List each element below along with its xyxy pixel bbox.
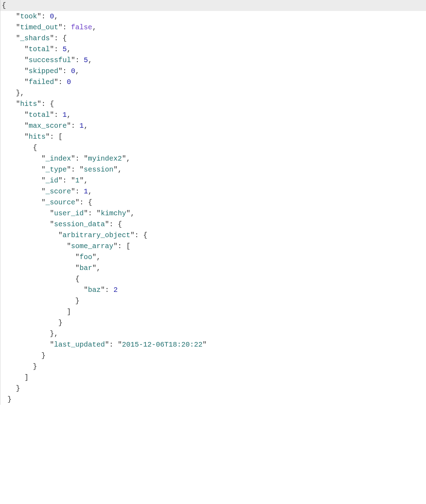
code-line: "user_id": "kimchy", bbox=[0, 208, 426, 219]
json-key-arbitrary-object: arbitrary_object bbox=[63, 231, 130, 239]
code-line: } bbox=[0, 361, 426, 372]
json-key-score: _score bbox=[46, 187, 71, 196]
json-key-id: _id bbox=[46, 176, 58, 185]
json-value-string: foo bbox=[79, 253, 92, 261]
code-line: "arbitrary_object": { bbox=[0, 230, 426, 241]
code-line: } bbox=[0, 383, 426, 394]
json-code-block[interactable]: { "took": 0, "timed_out": false, "_shard… bbox=[0, 0, 426, 405]
code-line: ] bbox=[0, 306, 426, 317]
code-line: "_index": "myindex2", bbox=[0, 153, 426, 164]
code-line: "timed_out": false, bbox=[0, 22, 426, 33]
json-value-string: 2015-12-06T18:20:22 bbox=[122, 341, 202, 349]
code-line: ] bbox=[0, 372, 426, 383]
json-value-string: kimchy bbox=[101, 209, 126, 217]
code-line: } bbox=[0, 350, 426, 361]
code-line: { bbox=[0, 0, 426, 11]
code-line: "hits": { bbox=[0, 98, 426, 109]
code-line: "some_array": [ bbox=[0, 241, 426, 252]
code-line: "took": 0, bbox=[0, 11, 426, 22]
code-line: { bbox=[0, 142, 426, 153]
json-key-session-data: session_data bbox=[54, 220, 105, 228]
code-line: "baz": 2 bbox=[0, 284, 426, 295]
json-value-string: bar bbox=[79, 264, 92, 272]
json-key-index: _index bbox=[46, 155, 71, 163]
json-key-successful: successful bbox=[29, 56, 71, 64]
code-line: { bbox=[0, 274, 426, 284]
code-line: "session_data": { bbox=[0, 219, 426, 230]
json-value-number: 0 bbox=[50, 12, 54, 20]
json-key-shards: _shards bbox=[20, 34, 50, 42]
json-value-number: 2 bbox=[113, 286, 118, 294]
json-key-source: _source bbox=[46, 198, 75, 206]
code-line: "_id": "1", bbox=[0, 175, 426, 186]
json-value-number: 1 bbox=[84, 187, 88, 196]
code-line: "max_score": 1, bbox=[0, 120, 426, 131]
json-value-number: 1 bbox=[63, 111, 67, 119]
json-value-string: 1 bbox=[75, 176, 79, 185]
code-line: "successful": 5, bbox=[0, 55, 426, 66]
code-line: "last_updated": "2015-12-06T18:20:22" bbox=[0, 339, 426, 350]
brace-open: { bbox=[2, 1, 6, 10]
code-line: } bbox=[0, 295, 426, 306]
json-key-timed-out: timed_out bbox=[20, 23, 58, 31]
code-line: }, bbox=[0, 88, 426, 98]
json-key-baz: baz bbox=[88, 286, 101, 294]
code-line: "foo", bbox=[0, 252, 426, 263]
code-line: "_type": "session", bbox=[0, 164, 426, 175]
json-key-failed: failed bbox=[29, 78, 54, 86]
json-value-string: session bbox=[84, 166, 113, 174]
code-line: "skipped": 0, bbox=[0, 66, 426, 77]
code-line: "_source": { bbox=[0, 197, 426, 208]
json-key-took: took bbox=[20, 12, 37, 20]
json-key-total: total bbox=[29, 45, 50, 53]
code-line: "hits": [ bbox=[0, 131, 426, 142]
json-value-number: 5 bbox=[63, 45, 67, 53]
json-value-number: 5 bbox=[84, 56, 88, 64]
json-key-hits: hits bbox=[29, 133, 46, 141]
json-value-boolean: false bbox=[71, 23, 92, 31]
json-value-number: 1 bbox=[79, 122, 84, 130]
json-value-number: 0 bbox=[67, 78, 71, 86]
json-key-hits: hits bbox=[20, 100, 37, 108]
code-line: "total": 1, bbox=[0, 109, 426, 120]
code-line: "failed": 0 bbox=[0, 77, 426, 88]
json-key-last-updated: last_updated bbox=[54, 341, 105, 349]
json-key-type: _type bbox=[46, 166, 67, 174]
json-key-some-array: some_array bbox=[71, 242, 113, 250]
json-key-skipped: skipped bbox=[29, 67, 58, 75]
json-key-total: total bbox=[29, 111, 50, 119]
code-line: } bbox=[0, 394, 426, 405]
code-line: "total": 5, bbox=[0, 44, 426, 55]
code-line: }, bbox=[0, 328, 426, 339]
json-key-user-id: user_id bbox=[54, 209, 84, 217]
code-line: } bbox=[0, 317, 426, 328]
code-line: "_shards": { bbox=[0, 33, 426, 44]
brace-close: } bbox=[7, 395, 12, 403]
json-key-max-score: max_score bbox=[29, 122, 67, 130]
code-line: "_score": 1, bbox=[0, 186, 426, 197]
code-line: "bar", bbox=[0, 263, 426, 274]
json-value-number: 0 bbox=[71, 67, 75, 75]
json-value-string: myindex2 bbox=[88, 155, 122, 163]
